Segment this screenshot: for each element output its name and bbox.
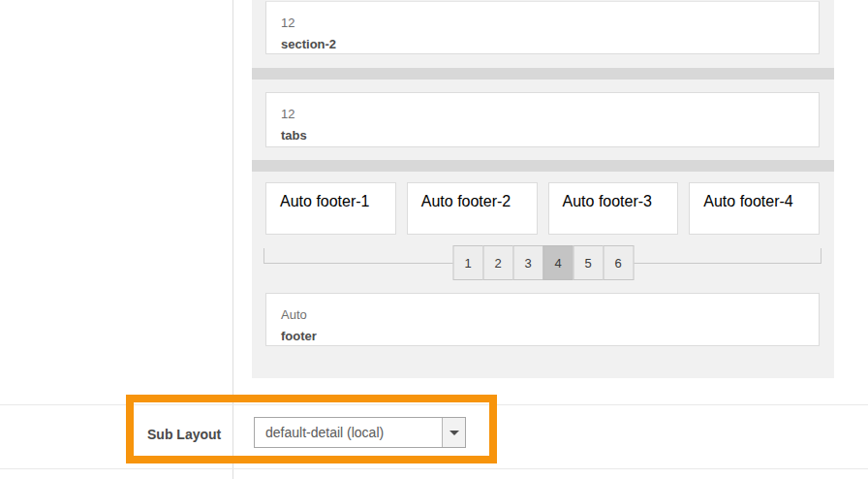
item-size-label: 12 (281, 13, 819, 34)
layout-item-footer-2[interactable]: Auto footer-2 (407, 182, 538, 235)
form-row-divider (0, 404, 868, 405)
screen: 12 section-2 12 tabs Auto footer-1 Auto … (0, 0, 868, 479)
item-name-label: footer-3 (599, 193, 652, 209)
footer-columns-row: Auto footer-1 Auto footer-2 Auto footer-… (265, 182, 820, 235)
item-size-label: Auto (281, 304, 819, 326)
column-count-option-3[interactable]: 3 (512, 245, 543, 280)
layout-item-footer[interactable]: Auto footer (265, 293, 820, 346)
select-dropdown-button[interactable] (442, 418, 465, 447)
layout-item-section-2[interactable]: 12 section-2 (265, 1, 820, 54)
item-size-label: 12 (281, 104, 819, 125)
item-name-label: tabs (281, 125, 819, 146)
item-name-label: footer-2 (457, 193, 511, 209)
item-size-label: Auto (280, 193, 312, 209)
item-name-label: footer (281, 326, 819, 347)
column-count-option-2[interactable]: 2 (482, 245, 513, 280)
item-name-label: section-2 (281, 34, 819, 55)
column-count-option-6[interactable]: 6 (603, 245, 634, 280)
layout-item-footer-4[interactable]: Auto footer-4 (689, 182, 820, 235)
layout-preview-panel: 12 section-2 12 tabs Auto footer-1 Auto … (252, 0, 834, 378)
sub-layout-select[interactable]: default-detail (local) (254, 417, 466, 448)
layout-item-footer-1[interactable]: Auto footer-1 (265, 182, 396, 235)
column-count-option-5[interactable]: 5 (573, 245, 604, 280)
layout-item-footer-3[interactable]: Auto footer-3 (548, 182, 679, 235)
drop-zone[interactable] (252, 160, 834, 172)
item-size-label: Auto (703, 193, 735, 209)
form-row-divider (0, 468, 868, 469)
column-count-selector: 1 2 3 4 5 6 (452, 245, 634, 280)
layout-item-tabs[interactable]: 12 tabs (265, 92, 820, 147)
sub-layout-label: Sub Layout (147, 427, 221, 442)
item-name-label: footer-4 (740, 193, 793, 209)
column-count-option-1[interactable]: 1 (452, 245, 483, 280)
item-size-label: Auto (421, 193, 453, 209)
drop-zone[interactable] (252, 68, 834, 80)
item-name-label: footer-1 (316, 193, 369, 209)
sub-layout-select-value: default-detail (local) (265, 418, 442, 447)
column-count-option-4[interactable]: 4 (542, 245, 574, 280)
chevron-down-icon (450, 431, 459, 435)
form-column-divider (232, 0, 233, 479)
item-size-label: Auto (563, 193, 595, 209)
